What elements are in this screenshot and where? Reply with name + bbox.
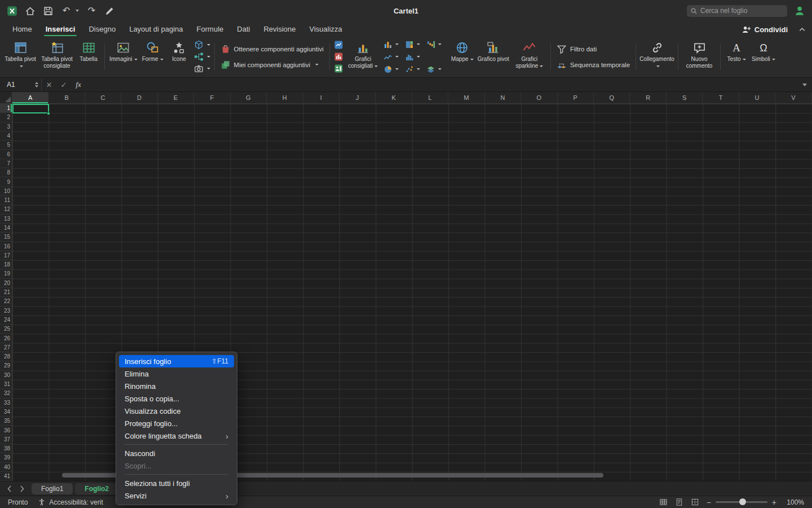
row-header-2[interactable]: 2 (0, 113, 12, 122)
menu-item-visualizza-codice[interactable]: Visualizza codice (119, 405, 234, 417)
save-icon[interactable] (43, 6, 54, 16)
search-input[interactable] (700, 7, 784, 15)
ribbon-button-tabella-pivot[interactable]: Tabella pivot (2, 38, 38, 75)
column-header-o[interactable]: O (521, 92, 557, 103)
ribbon-button-mappe[interactable]: Mappe (449, 38, 475, 75)
menu-item-servizi[interactable]: Servizi› (119, 489, 234, 502)
ribbon-button-nuovo-commento[interactable]: Nuovo commento (681, 38, 717, 75)
column-header-e[interactable]: E (158, 92, 194, 103)
column-header-a[interactable]: A (12, 92, 48, 103)
ribbon-button-column-chart-icon[interactable] (383, 38, 404, 50)
name-box-spinner-icon[interactable] (35, 78, 38, 91)
menu-item-seleziona-tutti-i-fogli[interactable]: Seleziona tutti i fogli (119, 477, 234, 489)
column-header-t[interactable]: T (703, 92, 739, 103)
row-header-20[interactable]: 20 (0, 279, 12, 288)
ribbon-button-screenshot-icon[interactable] (194, 64, 210, 74)
ribbon-button-pie-chart-icon[interactable] (383, 63, 404, 75)
column-header-d[interactable]: D (121, 92, 157, 103)
row-header-3[interactable]: 3 (0, 122, 12, 132)
row-header-15[interactable]: 15 (0, 233, 12, 242)
formula-bar-expand-icon[interactable] (797, 84, 812, 86)
ribbon-button-addin-green-icon[interactable] (334, 64, 343, 74)
tab-disegno[interactable]: Disegno (82, 22, 122, 37)
share-button[interactable]: Condividi (742, 25, 788, 34)
ribbon-button-testo[interactable]: ATesto (723, 38, 749, 75)
row-header-11[interactable]: 11 (0, 196, 12, 205)
row-header-5[interactable]: 5 (0, 141, 12, 150)
tab-home[interactable]: Home (6, 22, 39, 37)
page-break-view-icon[interactable] (691, 498, 699, 506)
column-header-q[interactable]: Q (594, 92, 630, 103)
column-header-p[interactable]: P (558, 92, 594, 103)
column-header-s[interactable]: S (667, 92, 703, 103)
zoom-slider[interactable] (716, 501, 767, 503)
name-box[interactable]: A1 (0, 78, 42, 91)
row-header-17[interactable]: 17 (0, 251, 12, 260)
row-header-8[interactable]: 8 (0, 168, 12, 177)
column-header-n[interactable]: N (485, 92, 521, 103)
formula-input[interactable] (86, 78, 797, 91)
ribbon-button-filtro-dati[interactable]: Filtro dati (557, 44, 630, 54)
menu-item-inserisci-foglio[interactable]: Inserisci foglio⇧F11 (119, 355, 234, 367)
row-header-7[interactable]: 7 (0, 159, 12, 168)
row-header-30[interactable]: 30 (0, 371, 12, 380)
column-header-b[interactable]: B (48, 92, 85, 103)
row-header-21[interactable]: 21 (0, 288, 12, 297)
row-header-22[interactable]: 22 (0, 297, 12, 306)
ribbon-button-tabella[interactable]: Tabella (76, 38, 102, 75)
menu-item-sposta-o-copia[interactable]: Sposta o copia... (119, 392, 234, 405)
ribbon-button-sequenza-temporale[interactable]: Sequenza temporale (557, 60, 630, 70)
ribbon-button-immagini[interactable]: Immagini (108, 38, 139, 75)
tab-revisione[interactable]: Revisione (257, 22, 302, 37)
ribbon-button-waterfall-chart-icon[interactable] (426, 38, 447, 50)
undo-dropdown-icon[interactable] (76, 10, 79, 12)
row-header-28[interactable]: 28 (0, 352, 12, 361)
row-header-33[interactable]: 33 (0, 398, 12, 408)
column-header-h[interactable]: H (267, 92, 303, 103)
ribbon-button-ottenere-componenti-aggiuntivi[interactable]: Ottenere componenti aggiuntivi (220, 44, 324, 54)
row-header-1[interactable]: 1 (0, 104, 12, 113)
row-header-31[interactable]: 31 (0, 380, 12, 389)
collapse-ribbon-icon[interactable] (798, 25, 806, 34)
column-header-v[interactable]: V (775, 92, 811, 103)
ribbon-button-3d-models-icon[interactable] (194, 40, 210, 50)
zoom-out-icon[interactable]: − (707, 498, 711, 506)
tab-inserisci[interactable]: Inserisci (39, 22, 82, 37)
column-header-c[interactable]: C (85, 92, 121, 103)
insert-function-icon[interactable]: fx (71, 80, 86, 89)
ribbon-button-forme[interactable]: Forme (140, 38, 166, 75)
row-header-24[interactable]: 24 (0, 316, 12, 325)
row-header-10[interactable]: 10 (0, 187, 12, 196)
column-header-l[interactable]: L (412, 92, 448, 103)
account-avatar-icon[interactable] (794, 5, 805, 16)
menu-item-colore-linguetta-scheda[interactable]: Colore linguetta scheda› (119, 430, 234, 442)
zoom-level[interactable]: 100% (784, 498, 804, 506)
row-header-25[interactable]: 25 (0, 325, 12, 334)
row-header-39[interactable]: 39 (0, 453, 12, 462)
menu-item-proteggi-foglio[interactable]: Proteggi foglio... (119, 417, 234, 430)
row-header-14[interactable]: 14 (0, 224, 12, 233)
ribbon-button-tabella-pivot-consigliate[interactable]: Tabella pivot consigliate (39, 38, 75, 75)
select-all-corner[interactable] (0, 92, 12, 103)
row-header-36[interactable]: 36 (0, 426, 12, 435)
row-header-38[interactable]: 38 (0, 444, 12, 453)
customize-toolbar-icon[interactable] (104, 6, 115, 16)
ribbon-button-scatter-chart-icon[interactable] (405, 63, 426, 75)
ribbon-button-simboli[interactable]: ΩSimboli (750, 38, 777, 75)
row-header-23[interactable]: 23 (0, 306, 12, 316)
tab-visualizza[interactable]: Visualizza (302, 22, 348, 37)
sheet-nav-right-icon[interactable] (17, 484, 27, 493)
ribbon-button-smartart-icon[interactable] (194, 51, 210, 62)
confirm-entry-icon[interactable]: ✓ (56, 81, 71, 89)
ribbon-button-addin-blue-icon[interactable] (334, 40, 343, 50)
row-header-32[interactable]: 32 (0, 389, 12, 398)
row-header-4[interactable]: 4 (0, 132, 12, 141)
zoom-slider-knob[interactable] (739, 498, 746, 505)
column-header-r[interactable]: R (630, 92, 666, 103)
ribbon-button-treemap-chart-icon[interactable] (405, 38, 426, 50)
row-header-13[interactable]: 13 (0, 214, 12, 224)
page-layout-view-icon[interactable] (675, 498, 683, 506)
column-header-i[interactable]: I (303, 92, 339, 103)
undo-icon[interactable]: ↶ (61, 6, 72, 16)
fill-handle[interactable] (47, 112, 50, 115)
